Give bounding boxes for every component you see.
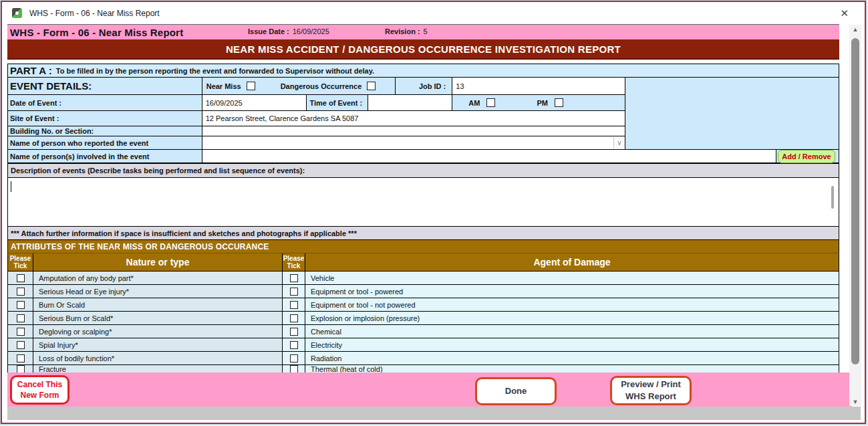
am-checkbox[interactable]	[486, 98, 495, 107]
agent-checkbox[interactable]	[290, 288, 298, 296]
chevron-down-icon[interactable]: ∨	[613, 137, 625, 148]
nature-label: Loss of bodily function*	[33, 352, 283, 364]
event-type-cell: Near Miss Dangerous Occurrence	[202, 78, 396, 94]
agent-tick-cell	[283, 352, 305, 364]
preview-print-button[interactable]: Preview / Print WHS Report	[610, 376, 692, 405]
nature-header: Nature or type	[33, 253, 283, 271]
date-of-event-field[interactable]: 16/09/2025	[202, 95, 307, 110]
agent-checkbox[interactable]	[290, 301, 298, 309]
description-textarea[interactable]	[7, 178, 839, 227]
agent-checkbox[interactable]	[290, 274, 298, 282]
agent-tick-cell	[283, 298, 305, 311]
agent-checkbox[interactable]	[290, 354, 298, 362]
vertical-scrollbar[interactable]: ▲ ▼	[849, 25, 861, 406]
scroll-up-icon[interactable]: ▲	[849, 26, 861, 33]
add-remove-button[interactable]: Add / Remove	[778, 150, 835, 163]
nature-label: Degloving or scalping*	[33, 325, 283, 338]
please-tick-header: Please Tick	[8, 253, 33, 271]
part-a-label: PART A :	[8, 65, 52, 76]
job-id-field[interactable]: 13	[452, 78, 625, 94]
agent-tick-cell	[283, 312, 305, 324]
reporter-row: Name of person who reported the event ∨	[7, 136, 625, 150]
pm-checkbox[interactable]	[555, 98, 563, 107]
nature-tick-cell	[8, 312, 33, 324]
nature-tick-cell	[8, 325, 33, 338]
scroll-down-icon[interactable]: ▼	[849, 399, 861, 405]
site-of-event-field[interactable]: 12 Pearson Street, Clarence Gardens SA 5…	[202, 111, 625, 126]
nature-checkbox[interactable]	[17, 354, 25, 362]
agent-tick-cell	[283, 365, 305, 372]
attributes-table-header: Please Tick Nature or type Please Tick A…	[7, 253, 839, 272]
app-window: WHS - Form - 06 - Near Miss Report ✕ WHS…	[1, 1, 866, 424]
time-of-event-label: Time of Event :	[307, 95, 369, 110]
building-field[interactable]	[202, 126, 625, 136]
vertical-scrollbar-thumb[interactable]	[851, 38, 859, 364]
close-icon[interactable]: ✕	[840, 8, 849, 18]
part-a-note: To be filled in by the person reporting …	[52, 67, 374, 75]
nature-checkbox[interactable]	[17, 328, 25, 336]
building-label: Building No. or Section:	[8, 126, 202, 136]
text-caret	[11, 181, 11, 192]
event-details-row: EVENT DETAILS: Near Miss Dangerous Occur…	[7, 78, 625, 95]
cancel-new-form-button[interactable]: Cancel This New Form	[10, 375, 69, 405]
textarea-scrollbar[interactable]	[831, 186, 834, 209]
nature-checkbox[interactable]	[17, 288, 25, 296]
involved-label: Name of person(s) involved in the event	[8, 150, 202, 163]
nature-tick-cell	[8, 285, 33, 298]
footer-bar: Cancel This New Form Done Preview / Prin…	[7, 372, 852, 407]
nature-tick-cell	[8, 352, 33, 364]
nature-tick-cell	[8, 272, 33, 284]
near-miss-checkbox[interactable]	[247, 82, 255, 90]
agent-checkbox[interactable]	[290, 314, 298, 322]
am-label: AM	[468, 99, 480, 107]
nature-tick-cell	[8, 298, 33, 311]
table-row: Burn Or ScaldEquipment or tool - not pow…	[7, 298, 839, 312]
agent-tick-cell	[283, 272, 305, 284]
nature-label: Serious Head or Eye injury*	[33, 285, 283, 298]
nature-checkbox[interactable]	[17, 301, 25, 309]
table-row: Serious Burn or Scald*Explosion or implo…	[7, 312, 839, 325]
form-content: WHS - Form - 06 - Near Miss Report Issue…	[7, 24, 839, 372]
nature-checkbox[interactable]	[17, 314, 25, 322]
event-details-heading: EVENT DETAILS:	[8, 78, 202, 94]
agent-tick-cell	[283, 285, 305, 298]
reporter-dropdown[interactable]: ∨	[202, 136, 625, 149]
table-row: Loss of bodily function*Radiation	[7, 352, 839, 365]
reporter-label: Name of person who reported the event	[8, 136, 202, 149]
agent-label: Explosion or implosion (pressure)	[305, 312, 839, 324]
nature-checkbox[interactable]	[17, 365, 25, 372]
near-miss-label: Near Miss	[206, 82, 241, 90]
involved-field[interactable]	[202, 150, 776, 163]
agent-label: Vehicle	[305, 272, 839, 284]
time-of-event-field[interactable]	[368, 95, 452, 110]
nature-label: Fracture	[33, 365, 283, 372]
agent-checkbox[interactable]	[290, 341, 298, 349]
revision: Revision :5	[385, 27, 428, 35]
dangerous-occurrence-checkbox[interactable]	[367, 82, 376, 90]
agent-label: Radiation	[305, 352, 839, 364]
site-of-event-label: Site of Event :	[8, 111, 202, 126]
date-time-row: Date of Event : 16/09/2025 Time of Event…	[7, 95, 625, 111]
involved-rest-cell: Add / Remove	[776, 150, 839, 163]
horizontal-scrollbar[interactable]	[7, 407, 861, 420]
involved-row: Name of person(s) involved in the event …	[7, 150, 839, 163]
agent-header: Agent of Damage	[305, 253, 839, 271]
pm-label: PM	[537, 99, 548, 107]
issue-date: Issue Date :16/09/2025	[248, 27, 329, 35]
attributes-section-title: ATTRIBUTES OF THE NEAR MISS OR DANGEROUS…	[7, 240, 839, 253]
am-pm-cell: AM PM	[452, 95, 625, 110]
nature-checkbox[interactable]	[17, 274, 25, 282]
attributes-rows: Amputation of any body part*VehicleSerio…	[7, 272, 839, 372]
agent-checkbox[interactable]	[290, 328, 298, 336]
nature-tick-cell	[8, 365, 33, 372]
issue-date-label: Issue Date :	[248, 27, 289, 35]
nature-label: Spial Injury*	[33, 338, 283, 351]
nature-checkbox[interactable]	[17, 341, 25, 349]
revision-label: Revision :	[385, 27, 420, 35]
attach-note: *** Attach further information if space …	[7, 227, 839, 240]
agent-checkbox[interactable]	[290, 365, 298, 372]
table-row: FractureThermal (heat of cold)	[7, 365, 839, 372]
agent-label: Chemical	[305, 325, 839, 338]
description-label: Description of events (Describe tasks be…	[7, 163, 839, 178]
done-button[interactable]: Done	[475, 377, 557, 405]
